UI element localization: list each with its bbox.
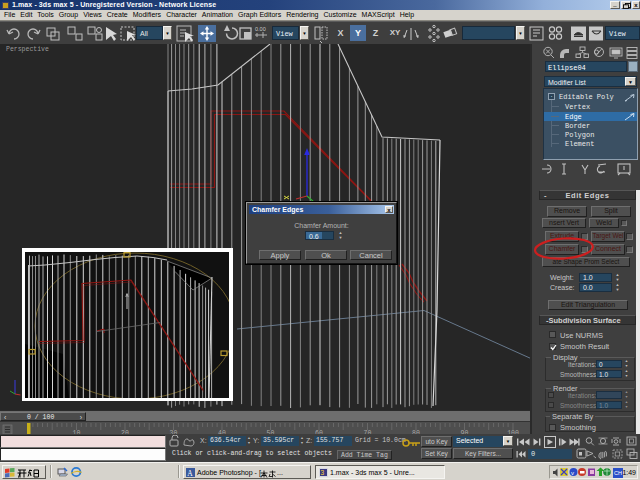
svg-text:v: v [571, 470, 574, 476]
svg-text:3: 3 [321, 469, 325, 476]
svg-text:A: A [187, 469, 193, 478]
svg-text:0.00: 0.00 [255, 26, 266, 32]
